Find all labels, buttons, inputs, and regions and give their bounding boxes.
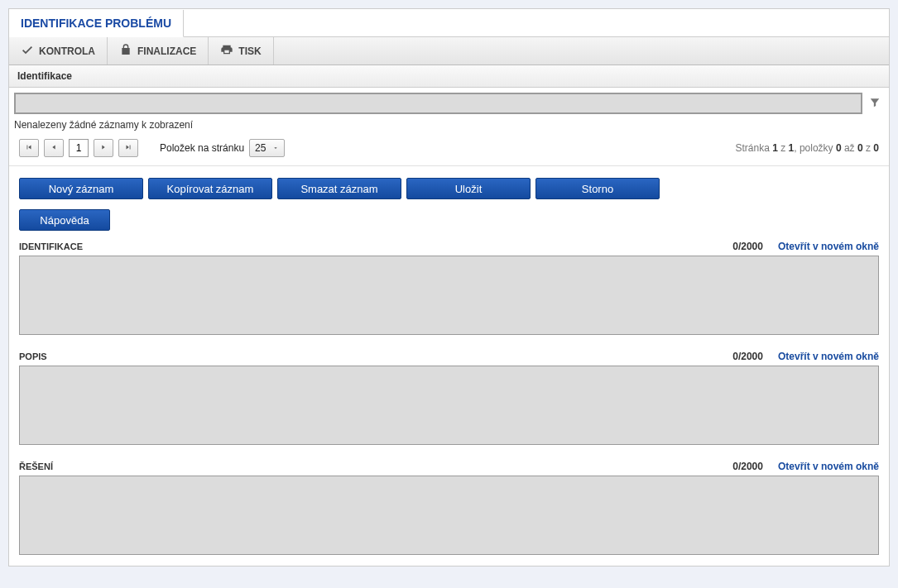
tisk-button[interactable]: TISK: [209, 37, 273, 65]
finalizace-label: FINALIZACE: [137, 45, 196, 57]
per-page-value: 25: [255, 142, 266, 154]
popis-label: POPIS: [19, 351, 47, 361]
pager-bar: Položek na stránku 25 Stránka 1 z 1, pol…: [9, 136, 889, 166]
tab-identifikace-problemu[interactable]: IDENTIFIKACE PROBLÉMU: [9, 10, 184, 37]
pager-info-text: , položky: [794, 142, 836, 154]
smazat-zaznam-button[interactable]: Smazat záznam: [277, 178, 401, 199]
kontrola-label: KONTROLA: [39, 45, 95, 57]
per-page-group: Položek na stránku 25: [160, 139, 285, 157]
pager-info-total: 0: [873, 142, 879, 154]
reseni-textarea[interactable]: [19, 476, 879, 555]
next-page-icon: [99, 142, 108, 154]
popis-open-link[interactable]: Otevřít v novém okně: [778, 351, 879, 362]
page-number-input[interactable]: [69, 139, 89, 157]
pager-info: Stránka 1 z 1, položky 0 až 0 z 0: [735, 142, 879, 154]
popis-textarea[interactable]: [19, 366, 879, 445]
page-first-button[interactable]: [19, 139, 39, 157]
pager-info-to: 0: [857, 142, 863, 154]
pager-info-text: z: [778, 142, 789, 154]
main-panel: IDENTIFIKACE PROBLÉMU KONTROLA FINALIZAC…: [8, 8, 890, 566]
pager-info-from: 0: [836, 142, 842, 154]
first-page-icon: [25, 142, 33, 154]
identifikace-label: IDENTIFIKACE: [19, 241, 83, 251]
check-icon: [21, 43, 34, 59]
grid-header: Identifikace: [9, 65, 889, 88]
lock-icon: [119, 43, 132, 59]
reseni-counter: 0/2000: [732, 461, 763, 472]
filter-row: [9, 88, 889, 117]
identifikace-open-link[interactable]: Otevřít v novém okně: [778, 241, 879, 252]
funnel-icon: [869, 97, 881, 111]
finalizace-button[interactable]: FINALIZACE: [108, 37, 209, 65]
napoveda-button[interactable]: Nápověda: [19, 209, 110, 231]
help-button-row: Nápověda: [9, 204, 889, 236]
identifikace-field-block: IDENTIFIKACE 0/2000 Otevřít v novém okně: [9, 236, 889, 346]
action-buttons-row: Nový záznam Kopírovat záznam Smazat zázn…: [9, 173, 889, 204]
filter-button[interactable]: [866, 93, 884, 114]
pager-info-text: z: [863, 142, 874, 154]
pager-info-text: až: [842, 142, 857, 154]
tisk-label: TISK: [238, 45, 261, 57]
reseni-open-link[interactable]: Otevřít v novém okně: [778, 461, 879, 472]
page-next-button[interactable]: [94, 139, 113, 157]
print-icon: [220, 43, 233, 59]
kopirovat-zaznam-button[interactable]: Kopírovat záznam: [148, 178, 272, 199]
identifikace-counter: 0/2000: [732, 241, 763, 252]
pager-info-page: 1: [772, 142, 778, 154]
novy-zaznam-button[interactable]: Nový záznam: [19, 178, 143, 199]
reseni-field-block: ŘEŠENÍ 0/2000 Otevřít v novém okně: [9, 456, 889, 566]
filter-input[interactable]: [14, 93, 862, 114]
popis-counter: 0/2000: [732, 351, 763, 362]
page-last-button[interactable]: [118, 139, 138, 157]
pager-info-text: Stránka: [735, 142, 772, 154]
kontrola-button[interactable]: KONTROLA: [9, 37, 108, 65]
page-prev-button[interactable]: [44, 139, 64, 157]
tab-row: IDENTIFIKACE PROBLÉMU: [9, 9, 889, 37]
last-page-icon: [124, 142, 132, 154]
prev-page-icon: [50, 142, 58, 154]
per-page-label: Položek na stránku: [160, 142, 244, 154]
no-records-text: Nenalezeny žádné záznamy k zobrazení: [9, 117, 889, 136]
storno-button[interactable]: Storno: [535, 178, 660, 199]
identifikace-textarea[interactable]: [19, 256, 879, 335]
ulozit-button[interactable]: Uložit: [406, 178, 531, 199]
per-page-select[interactable]: 25: [249, 139, 285, 157]
chevron-down-icon: [272, 142, 279, 154]
toolbar: KONTROLA FINALIZACE TISK: [9, 37, 889, 65]
popis-field-block: POPIS 0/2000 Otevřít v novém okně: [9, 346, 889, 456]
reseni-label: ŘEŠENÍ: [19, 461, 53, 471]
